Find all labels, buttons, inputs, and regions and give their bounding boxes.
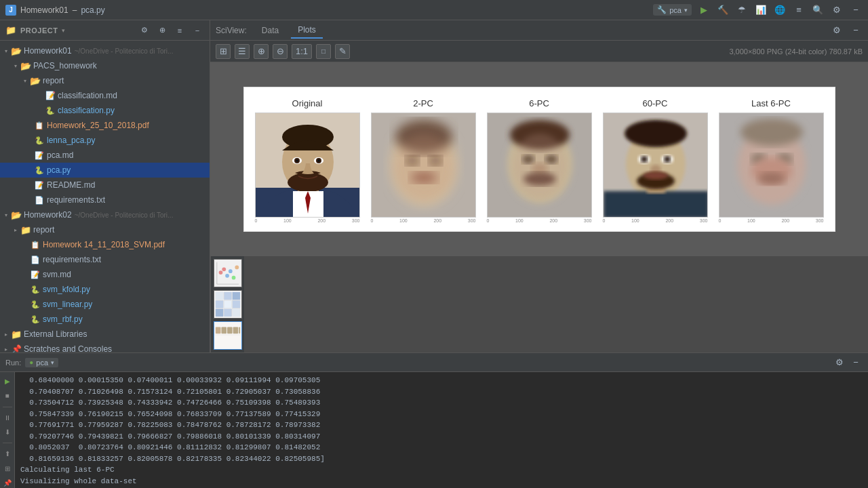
folder-icon-pacs: 📂	[20, 60, 31, 71]
svg-point-36	[664, 156, 671, 163]
tree-item-svmrbfpy[interactable]: ▸ 🐍 svm_rbf.py	[0, 312, 210, 327]
tree-item-reqtxt[interactable]: ▸ 📄 requirements.txt	[0, 192, 210, 207]
coverage-button[interactable]: ☂	[735, 3, 749, 17]
svg-point-11	[317, 159, 320, 162]
tree-item-classmd[interactable]: ▸ 📝 classification.md	[0, 88, 210, 103]
console-line: 0.8052037 0.80723764 0.80921446 0.811128…	[20, 442, 863, 453]
tree-item-claspy[interactable]: ▸ 🐍 classification.py	[0, 103, 210, 118]
console-settings[interactable]: ⚙	[833, 356, 846, 369]
svg-point-49	[222, 267, 226, 271]
sidebar-settings[interactable]: ⚙	[138, 24, 151, 37]
edit-btn[interactable]: ✎	[335, 44, 350, 59]
axes-labels-60pc: 0100200300	[603, 218, 708, 223]
zoom-in-btn[interactable]: □	[316, 44, 331, 59]
tree-item-readmemd[interactable]: ▸ 📝 README.md	[0, 178, 210, 192]
settings-button-top[interactable]: ⚙	[830, 3, 844, 17]
step-btn[interactable]: ⬇	[2, 427, 13, 437]
face-svg-2pc	[372, 113, 476, 218]
console-close[interactable]: −	[849, 356, 863, 369]
tab-data[interactable]: Data	[255, 23, 285, 38]
scroll-btn[interactable]: ⬆	[2, 449, 13, 459]
face-svg-last6pc	[719, 113, 824, 218]
remote-button[interactable]: 🌐	[773, 3, 787, 17]
thumb-scatter[interactable]	[214, 259, 242, 287]
run-dot: ●	[29, 359, 33, 366]
sciview-close[interactable]: −	[849, 24, 863, 37]
svg-rect-47	[214, 260, 241, 287]
tab-plots[interactable]: Plots	[291, 22, 323, 39]
list-view-btn[interactable]: ☰	[235, 44, 250, 59]
face-comparison-panel: Original	[243, 87, 835, 232]
pause-btn[interactable]: ⏸	[2, 413, 13, 423]
zoom-out-btn[interactable]: ⊖	[273, 44, 288, 59]
tree-item-svmkpy[interactable]: ▸ 🐍 svm_kfold.py	[0, 282, 210, 297]
settings-side-btn[interactable]: ⊞	[2, 463, 13, 473]
tree-arrow-hw02: ▾	[1, 210, 11, 220]
tree-item-pcapy[interactable]: ▸ 🐍 pca.py	[0, 163, 210, 178]
face-row: Original	[251, 98, 828, 223]
profile-button[interactable]: 📊	[754, 3, 768, 17]
sidebar-close[interactable]: −	[191, 24, 204, 37]
svg-point-30	[625, 120, 687, 147]
grid-view-btn[interactable]: ⊞	[216, 44, 231, 59]
tree-item-extlib[interactable]: ▸ 📁 External Libraries	[0, 327, 210, 342]
zoom-level-text: 1:1	[296, 46, 308, 56]
zoom-fit-btn[interactable]: ⊕	[254, 44, 269, 59]
file-icon-svmmd: 📝	[30, 269, 41, 280]
tree-label-pacs: PACS_homework	[33, 61, 97, 70]
run-again-btn[interactable]: ▶	[2, 376, 13, 386]
tree-label-readmemd: README.md	[47, 180, 95, 190]
tools-button[interactable]: ≡	[792, 3, 806, 17]
tree-label-hw14pdf: Homework 14_11_2018_SVM.pdf	[43, 240, 165, 249]
tree-arrow-scratch: ▸	[1, 344, 11, 352]
tree-item-rep2[interactable]: ▸ 📁 report	[0, 222, 210, 237]
tree-item-report[interactable]: ▾ 📂 report	[0, 73, 210, 88]
tree-label-rep2: report	[33, 225, 54, 235]
sidebar-collapse[interactable]: ≡	[173, 24, 186, 37]
svg-point-51	[229, 269, 233, 273]
tree-arrow-rep2: ▸	[11, 225, 20, 235]
console-line: Visualizing whole data-set	[20, 476, 863, 487]
face-img-2pc	[371, 113, 476, 218]
tree-item-svmlinpy[interactable]: ▸ 🐍 svm_linear.py	[0, 297, 210, 312]
face-svg-original	[256, 113, 360, 218]
tree-item-hw02[interactable]: ▾ 📂 Homework02 ~/OneDrive - Politecnico …	[0, 207, 210, 222]
svg-rect-68	[221, 327, 226, 334]
tree-arrow-pacs: ▾	[11, 61, 20, 70]
tree-item-scratch[interactable]: ▸ 📌 Scratches and Consoles	[0, 342, 210, 352]
tree-item-pcamd[interactable]: ▸ 📝 pca.md	[0, 148, 210, 163]
tree-item-hw14pdf[interactable]: ▸ 📋 Homework 14_11_2018_SVM.pdf	[0, 237, 210, 252]
sidebar-scope[interactable]: ⊕	[155, 24, 169, 37]
tree-item-hw01[interactable]: ▾ 📂 Homework01 ~/OneDrive - Politecnico …	[0, 43, 210, 58]
build-button[interactable]: 🔨	[716, 3, 730, 17]
tree-item-hw25pdf[interactable]: ▸ 📋 Homework_25_10_2018.pdf	[0, 118, 210, 133]
console-output[interactable]: 0.68400000 0.00015350 0.07400011 0.00033…	[15, 372, 868, 488]
sciview-settings[interactable]: ⚙	[830, 24, 844, 37]
tree-item-lennapy[interactable]: ▸ 🐍 lenna_pca.py	[0, 133, 210, 148]
tree-item-pacs[interactable]: ▾ 📂 PACS_homework	[0, 58, 210, 73]
tree-item-svmmd[interactable]: ▸ 📝 svm.md	[0, 267, 210, 282]
stop-btn[interactable]: ■	[2, 390, 13, 401]
title-right: 🔧 pca ▾ ▶ 🔨 ☂ 📊 🌐 ≡ 🔍 ⚙ −	[653, 3, 863, 17]
sciview-panel: SciView: Data Plots ⚙ − ⊞ ☰ ⊕ ⊖ 1:1 □ ✎ …	[210, 20, 868, 352]
pin-btn[interactable]: 📌	[2, 478, 13, 488]
run-config[interactable]: 🔧 pca ▾	[653, 4, 692, 16]
thumb-faces[interactable]	[214, 321, 242, 350]
scratch-icon: 📌	[11, 344, 22, 352]
run-button[interactable]: ▶	[697, 3, 711, 17]
title-bar: J Homework01 – pca.py 🔧 pca ▾ ▶ 🔨 ☂ 📊 🌐 …	[0, 0, 868, 20]
zoom-level-btn[interactable]: 1:1	[292, 44, 312, 59]
tree-item-req2txt[interactable]: ▸ 📄 requirements.txt	[0, 252, 210, 267]
file-icon-svmlinpy: 🐍	[30, 299, 41, 310]
svg-point-34	[641, 156, 648, 163]
image-toolbar-left: ⊞ ☰ ⊕ ⊖ 1:1 □ ✎	[216, 44, 350, 59]
run-name-indicator: ● pca ▾	[25, 358, 58, 367]
sidebar-chevron: ▾	[62, 27, 65, 34]
run-name-text: pca	[36, 359, 48, 367]
face-label-2pc: 2-PC	[413, 98, 433, 108]
file-icon-svmkpy: 🐍	[30, 284, 41, 295]
svg-point-27	[513, 134, 567, 199]
minimize-button[interactable]: −	[849, 3, 863, 17]
search-button[interactable]: 🔍	[811, 3, 825, 17]
thumb-matrix[interactable]	[214, 290, 242, 319]
